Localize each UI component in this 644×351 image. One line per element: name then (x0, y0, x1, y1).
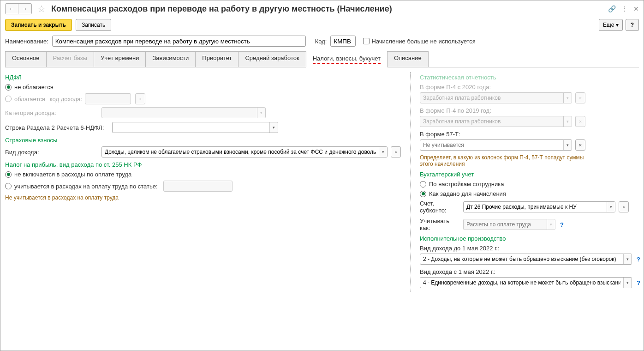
insurance-section-title: Страховые взносы (5, 137, 401, 144)
p4-2019-label: В форме П-4 по 2019 год: (420, 107, 640, 114)
p4-2019-clear: × (575, 116, 585, 127)
form57-label: В форме 57-Т: (420, 131, 640, 138)
p4-2020-dropdown: ▾ (563, 93, 572, 103)
code-label: Код: (315, 38, 327, 45)
tab-description[interactable]: Описание (387, 51, 429, 67)
account-as-dropdown: ▾ (547, 219, 555, 230)
not-used-checkbox[interactable] (363, 38, 370, 44)
link-icon[interactable]: 🔗 (608, 5, 616, 12)
account-label: Счет, субконто: (420, 200, 461, 214)
acc-by-employee-radio[interactable] (420, 181, 426, 188)
income-before-help[interactable]: ? (637, 256, 640, 263)
acc-by-employee-label: По настройкам сотрудника (429, 181, 504, 188)
save-and-close-button[interactable]: Записать и закрыть (5, 19, 72, 31)
income-type-label: Вид дохода: (5, 149, 100, 156)
income-before-input[interactable] (420, 254, 623, 264)
tab-priority[interactable]: Приоритет (195, 51, 239, 67)
tab-time[interactable]: Учет времени (94, 51, 146, 67)
account-as-help[interactable]: ? (560, 221, 564, 228)
exec-section-title: Исполнительное производство (420, 235, 640, 242)
acc-by-accrual-label: Как задано для начисления (429, 190, 506, 197)
nav-forward-button[interactable]: → (18, 4, 31, 14)
name-label: Наименование: (5, 38, 48, 45)
row6-dropdown[interactable]: ▾ (269, 122, 278, 133)
arrow-right-icon: → (22, 6, 28, 12)
income-after-dropdown[interactable]: ▾ (623, 278, 632, 288)
profit-not-included-radio[interactable] (5, 171, 12, 178)
income-code-open: ▫ (135, 93, 145, 104)
income-code-input (85, 94, 131, 104)
page-title: Компенсация расходов при переводе на раб… (51, 4, 392, 14)
profit-section-title: Налог на прибыль, вид расхода по ст. 255… (5, 161, 401, 168)
p4-2020-input (420, 93, 563, 103)
form57-input[interactable] (420, 140, 563, 150)
account-open[interactable]: ▫ (619, 201, 629, 212)
income-category-label: Категория дохода: (5, 109, 100, 116)
income-category-input (102, 108, 257, 118)
ndfl-section-title: НДФЛ (5, 74, 401, 81)
name-input[interactable] (52, 36, 306, 47)
form57-dropdown[interactable]: ▾ (563, 140, 572, 150)
income-before-dropdown[interactable]: ▾ (623, 254, 632, 264)
income-type-open[interactable]: ▫ (391, 146, 401, 157)
p4-2019-dropdown: ▾ (563, 116, 572, 127)
tab-taxes[interactable]: Налоги, взносы, бухучет (306, 52, 388, 67)
account-dropdown[interactable]: ▾ (607, 202, 615, 212)
acc-by-accrual-radio[interactable] (420, 191, 426, 197)
favorite-star-icon[interactable]: ☆ (37, 3, 46, 14)
save-button[interactable]: Записать (76, 19, 111, 31)
profit-included-label: учитывается в расходах на оплату труда п… (14, 183, 158, 190)
tab-deps[interactable]: Зависимости (145, 51, 196, 67)
chevron-down-icon: ▾ (616, 22, 619, 28)
p4-2020-clear: × (575, 92, 585, 103)
income-after-label: Вид дохода с 1 мая 2022 г.: (420, 268, 640, 275)
row6-input[interactable] (113, 122, 269, 133)
arrow-left-icon: ← (9, 6, 15, 12)
code-input[interactable] (330, 36, 356, 47)
tabs-bar: Основное Расчет базы Учет времени Зависи… (5, 51, 639, 67)
more-button[interactable]: Еще ▾ (599, 19, 623, 31)
income-type-dropdown[interactable]: ▾ (379, 147, 387, 157)
stats-section-title: Статистическая отчетность (420, 74, 640, 81)
profit-included-radio[interactable] (5, 183, 12, 189)
ndfl-taxed-radio[interactable] (5, 96, 12, 102)
p4-2020-label: В форме П-4 с 2020 года: (420, 84, 640, 91)
tab-main[interactable]: Основное (5, 51, 47, 67)
tab-calc-base[interactable]: Расчет базы (46, 51, 95, 67)
income-after-help[interactable]: ? (637, 279, 640, 286)
help-button[interactable]: ? (626, 19, 639, 31)
profit-not-included-label: не включается в расходы по оплате труда (14, 171, 131, 178)
form57-clear[interactable]: × (575, 139, 585, 151)
tab-avg[interactable]: Средний заработок (238, 51, 306, 67)
kebab-menu-icon[interactable]: ⋮ (621, 5, 628, 12)
row6-label: Строка Раздела 2 Расчета 6-НДФЛ: (5, 124, 110, 131)
ndfl-not-taxed-radio[interactable] (5, 84, 12, 91)
ndfl-taxed-label: облагается (14, 96, 45, 103)
form57-hint: Определяет, в какую из колонок форм П-4,… (420, 154, 586, 167)
p4-2019-input (420, 116, 563, 127)
profit-article-input (164, 181, 233, 191)
nav-back-button[interactable]: ← (6, 4, 18, 14)
account-input[interactable] (464, 202, 607, 212)
ndfl-not-taxed-label: не облагается (14, 84, 54, 91)
income-code-label: код дохода: (50, 96, 82, 103)
income-after-input[interactable] (420, 278, 623, 288)
accounting-section-title: Бухгалтерский учет (420, 171, 640, 178)
income-category-dropdown: ▾ (257, 108, 265, 118)
account-as-label: Учитывать как: (420, 218, 461, 231)
not-used-label: Начисление больше не используется (371, 38, 475, 45)
account-as-input (464, 219, 547, 230)
profit-hint: Не учитывается в расходах на оплату труд… (5, 194, 401, 201)
income-before-label: Вид дохода до 1 мая 2022 г.: (420, 245, 640, 252)
income-type-input[interactable] (102, 147, 379, 157)
close-icon[interactable]: ✕ (633, 5, 639, 12)
